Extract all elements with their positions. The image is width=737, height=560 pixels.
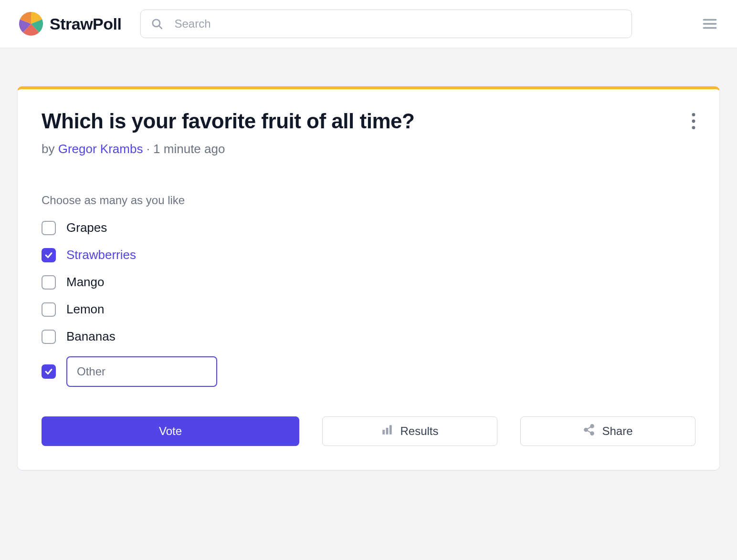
svg-point-11 — [591, 425, 594, 428]
option-row[interactable]: Mango — [42, 275, 695, 290]
option-label: Lemon — [66, 302, 105, 317]
hamburger-menu-icon[interactable] — [702, 16, 718, 32]
option-label: Bananas — [66, 329, 116, 344]
svg-point-5 — [692, 113, 695, 116]
option-row[interactable]: Lemon — [42, 302, 695, 317]
svg-rect-9 — [386, 428, 389, 435]
svg-line-1 — [159, 26, 162, 29]
option-row[interactable]: Strawberries — [42, 248, 695, 262]
option-row[interactable]: Bananas — [42, 329, 695, 344]
brand-name: StrawPoll — [50, 15, 121, 33]
checkbox[interactable] — [42, 275, 56, 290]
search-icon — [151, 18, 163, 30]
share-button-label: Share — [602, 425, 632, 438]
brand-logo[interactable]: StrawPoll — [19, 12, 121, 36]
checkbox[interactable] — [42, 302, 56, 317]
svg-point-6 — [692, 120, 695, 123]
poll-header: Which is your favorite fruit of all time… — [42, 109, 695, 156]
results-button-label: Results — [400, 425, 438, 438]
svg-line-15 — [588, 431, 591, 433]
option-row[interactable]: Grapes — [42, 220, 695, 235]
checkbox[interactable] — [42, 364, 56, 379]
poll-byline: by Gregor Krambs · 1 minute ago — [42, 142, 414, 156]
other-input[interactable] — [66, 356, 217, 387]
poll-instruction: Choose as many as you like — [42, 194, 695, 207]
vote-button[interactable]: Vote — [42, 416, 299, 446]
svg-point-12 — [585, 428, 588, 432]
author-link[interactable]: Gregor Krambs — [58, 142, 143, 156]
site-header: StrawPoll — [0, 0, 737, 48]
poll-card: Which is your favorite fruit of all time… — [17, 86, 720, 470]
byline-prefix: by — [42, 142, 58, 156]
option-label: Grapes — [66, 220, 107, 235]
option-label: Mango — [66, 275, 105, 290]
search-wrapper — [140, 10, 632, 38]
results-button[interactable]: Results — [322, 416, 497, 446]
svg-rect-8 — [383, 430, 385, 435]
checkbox[interactable] — [42, 248, 56, 262]
checkbox[interactable] — [42, 330, 56, 344]
bar-chart-icon — [381, 424, 393, 439]
option-label: Strawberries — [66, 248, 136, 262]
option-row-other[interactable] — [42, 356, 695, 387]
share-icon — [583, 424, 595, 439]
byline-suffix: · 1 minute ago — [143, 142, 225, 156]
svg-line-14 — [588, 427, 591, 429]
search-input[interactable] — [140, 10, 632, 38]
svg-rect-10 — [390, 425, 392, 435]
kebab-menu-icon[interactable] — [692, 113, 695, 129]
checkbox[interactable] — [42, 221, 56, 235]
vote-button-label: Vote — [159, 425, 182, 438]
poll-title: Which is your favorite fruit of all time… — [42, 109, 414, 133]
svg-point-13 — [591, 432, 594, 435]
svg-point-7 — [692, 126, 695, 129]
poll-options: Grapes Strawberries Mango Lemon — [42, 220, 695, 387]
share-button[interactable]: Share — [520, 416, 695, 446]
pie-logo-icon — [19, 12, 43, 36]
button-row: Vote Results Sha — [42, 416, 695, 446]
